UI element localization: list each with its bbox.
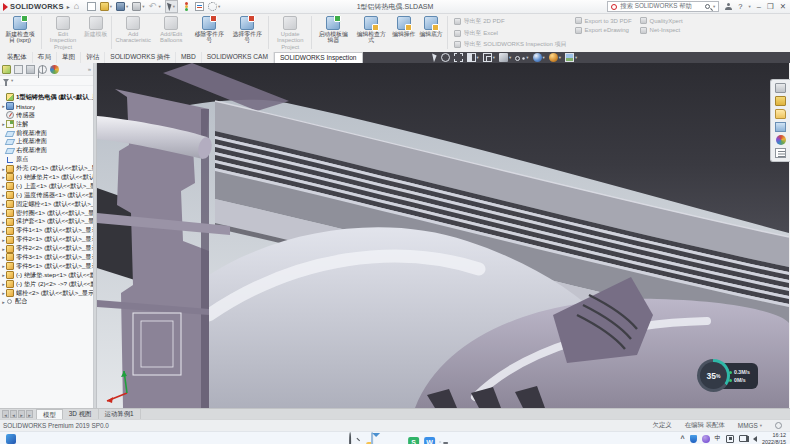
- app-tray-icon[interactable]: [702, 435, 710, 443]
- tab-solidworks-cam[interactable]: SOLIDWORKS CAM: [202, 52, 274, 63]
- tree-item[interactable]: ▸配合: [1, 297, 93, 306]
- tree-item[interactable]: ▸(-) 绝缘垫.step<1> (默认<<默认>: [1, 271, 93, 280]
- tab-solidworks-inspection[interactable]: SOLIDWORKS Inspection: [274, 52, 363, 63]
- save-button[interactable]: ▾: [116, 2, 128, 11]
- model-3d-view[interactable]: [97, 63, 789, 408]
- zoom-to-area-button[interactable]: [454, 53, 463, 62]
- tab-scroll-left-icon[interactable]: ◂: [2, 410, 9, 418]
- input-language-indicator[interactable]: 中: [715, 434, 722, 443]
- tree-item[interactable]: ▸零件2<1> (默认<<默认>_显示状态: [1, 235, 93, 244]
- tab-scroll-right-icon[interactable]: ▸: [26, 410, 33, 418]
- rebuild-button[interactable]: [182, 2, 191, 11]
- property-manager-tab-icon[interactable]: [14, 65, 23, 74]
- menu-expand-arrow[interactable]: ▸: [67, 3, 70, 10]
- display-style-button[interactable]: ▾: [499, 53, 511, 62]
- edit-operation-button[interactable]: 编辑操作: [390, 15, 417, 38]
- widgets-icon[interactable]: [6, 434, 16, 444]
- tree-item[interactable]: 原点: [1, 155, 93, 164]
- tab-草图[interactable]: 草图: [57, 52, 81, 63]
- tree-item[interactable]: ▸(-) 垫片 (2)<2> ->? (默认<<默认: [1, 280, 93, 289]
- tab-装配体[interactable]: 装配体: [2, 52, 33, 63]
- doc-tab-模型[interactable]: 模型: [36, 409, 63, 419]
- edit-appearance-button[interactable]: ▾: [533, 53, 545, 62]
- filter-caret-icon[interactable]: ▾: [11, 78, 13, 83]
- file-properties-button[interactable]: [195, 2, 204, 11]
- view-palette-tab-icon[interactable]: [775, 122, 786, 132]
- status-notification-icon[interactable]: [775, 422, 782, 429]
- tree-item[interactable]: ▸零件2<2> (默认<<默认>_显示状态: [1, 244, 93, 253]
- expand-arrow-icon[interactable]: ▸: [1, 299, 6, 305]
- home-button[interactable]: ⌂: [74, 2, 83, 11]
- render-tools-button[interactable]: ▾: [565, 53, 577, 62]
- tree-item[interactable]: ▸(-) 上盖<1> (默认<<默认>_显示状: [1, 182, 93, 191]
- feature-tree-tab-icon[interactable]: [2, 65, 11, 74]
- units-selector[interactable]: MMGS▾: [738, 422, 762, 429]
- search-icon[interactable]: [705, 4, 710, 9]
- tree-item[interactable]: 传感器: [1, 111, 93, 120]
- close-button[interactable]: ✕: [780, 2, 786, 12]
- file-explorer-tab-icon[interactable]: [775, 109, 786, 119]
- tree-item[interactable]: ▸螺栓<2> (默认<<默认>_显示状态: [1, 289, 93, 298]
- doc-tab-3d-视图[interactable]: 3D 视图: [63, 409, 99, 419]
- options-button[interactable]: ▾: [208, 2, 220, 11]
- tree-item[interactable]: 上视基准面: [1, 137, 93, 146]
- new-document-button[interactable]: [87, 2, 96, 11]
- undo-button[interactable]: ↶▾: [148, 2, 160, 11]
- restore-button[interactable]: ❐: [767, 2, 774, 12]
- configuration-manager-tab-icon[interactable]: [26, 65, 35, 74]
- launch-template-editor-button[interactable]: 启动模板编辑器: [314, 15, 352, 45]
- tree-item[interactable]: ▸密封圈<1> (默认<<默认>_显示状: [1, 209, 93, 218]
- tree-item[interactable]: ▸外壳 (2)<1> (默认<<默认>_显示状: [1, 164, 93, 173]
- custom-properties-tab-icon[interactable]: [775, 148, 786, 158]
- taskbar-clock[interactable]: 16:12 2022/8/15: [762, 432, 786, 444]
- tab-评估[interactable]: 评估: [81, 52, 105, 63]
- performance-overlay-widget[interactable]: 0.3M/s 0M/s 35%: [697, 359, 759, 393]
- tree-item[interactable]: ▸(-) 绝缘垫片<1> (默认<<默认>_显: [1, 173, 93, 182]
- taskbar-app-search[interactable]: [349, 433, 351, 444]
- select-balloons-button[interactable]: 选择零件序号: [228, 15, 266, 45]
- taskbar-app-s-app[interactable]: S: [408, 437, 419, 444]
- help-search-box[interactable]: 搜索 SOLIDWORKS 帮助 ▾: [607, 1, 719, 12]
- display-manager-tab-icon[interactable]: [50, 65, 59, 74]
- tab-布局[interactable]: 布局: [33, 52, 57, 63]
- tree-item[interactable]: ▸保护套<1> (默认<<默认>_显示状: [1, 217, 93, 226]
- section-view-button[interactable]: ▾: [467, 53, 479, 62]
- tab-scroll-left-icon[interactable]: ◂: [10, 410, 17, 418]
- help-button[interactable]: ?: [738, 2, 742, 12]
- tree-item[interactable]: ▸注解: [1, 120, 93, 129]
- login-icon[interactable]: [725, 3, 732, 10]
- filter-funnel-icon[interactable]: [3, 79, 9, 83]
- minimize-button[interactable]: –: [757, 2, 761, 12]
- design-library-tab-icon[interactable]: [775, 96, 786, 106]
- help-caret-icon[interactable]: ▾: [749, 4, 751, 9]
- taskbar-app-wps[interactable]: W: [424, 437, 435, 444]
- tree-item[interactable]: 前视基准面: [1, 129, 93, 138]
- new-inspection-project-button[interactable]: 新建检查项目 (ixprj): [1, 15, 39, 45]
- tree-item[interactable]: ▸零件3<1> (默认<<默认>_显示状态: [1, 253, 93, 262]
- solidworks-resources-tab-icon[interactable]: [775, 83, 786, 93]
- tree-item[interactable]: ▸(-) 温度传感器<1> (默认<<默认>_: [1, 191, 93, 200]
- tree-item[interactable]: ▸History: [1, 102, 93, 111]
- tree-item[interactable]: ▸零件1<1> (默认<<默认>_显示状态: [1, 226, 93, 235]
- appearances-scenes-tab-icon[interactable]: [776, 135, 786, 145]
- dimxpert-manager-tab-icon[interactable]: [38, 65, 47, 74]
- edit-recipe-button[interactable]: 编辑底方: [417, 15, 444, 38]
- print-button[interactable]: ▾: [132, 2, 144, 11]
- view-settings-button[interactable]: ▾: [549, 53, 561, 62]
- ime-mode-icon[interactable]: [726, 435, 734, 443]
- edit-inspection-method-button[interactable]: 编辑检查方式: [352, 15, 390, 45]
- select-cursor-button[interactable]: [433, 53, 437, 62]
- graphics-area[interactable]: 0.3M/s 0M/s 35%: [97, 63, 790, 408]
- tree-item[interactable]: ▸零件5<1> (默认<<默认>_显示状态: [1, 262, 93, 271]
- remove-balloons-button[interactable]: 移除零件序号: [190, 15, 228, 45]
- volume-icon[interactable]: [753, 436, 757, 442]
- search-caret-icon[interactable]: ▾: [713, 4, 715, 9]
- tab-solidworks-插件[interactable]: SOLIDWORKS 插件: [105, 52, 176, 63]
- zoom-to-fit-button[interactable]: [441, 53, 450, 62]
- view-orientation-button[interactable]: ▾: [483, 53, 495, 62]
- tree-item[interactable]: 右视基准面: [1, 146, 93, 155]
- tree-item[interactable]: ▸固定螺栓<1> (默认<<默认>_显示: [1, 200, 93, 209]
- hide-show-items-button[interactable]: ▾: [515, 54, 528, 61]
- tab-mbd[interactable]: MBD: [176, 52, 202, 63]
- panel-tab-scroll-icon[interactable]: »: [88, 66, 91, 72]
